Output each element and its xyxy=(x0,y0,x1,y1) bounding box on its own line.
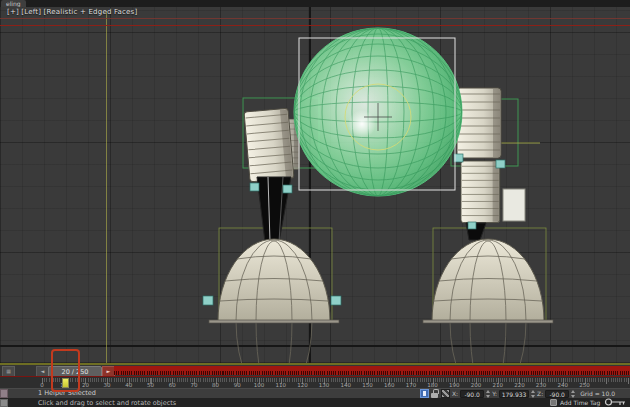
transform-type-in: X: -90.0 Y: 179.933 Z: -90.0 Grid = 10.0 xyxy=(420,389,615,398)
selected-helper-sphere[interactable] xyxy=(294,28,462,196)
timeline-ruler[interactable]: 0102030405060708090100110120130140150160… xyxy=(0,376,630,388)
track-bar[interactable]: ▦ ◄ 20 / 250 ► xyxy=(0,363,630,376)
y-coordinate-field[interactable]: 179.933 xyxy=(499,390,529,398)
annotation-highlight-box xyxy=(51,349,80,392)
grid-setting-status: Grid = 10.0 xyxy=(580,390,615,397)
add-time-tag-control[interactable]: Add Time Tag xyxy=(550,399,600,406)
scene-canvas[interactable] xyxy=(0,7,630,363)
viewport-left[interactable]: [+] [Left] [Realistic + Edged Faces] xyxy=(0,7,630,363)
add-time-tag-label[interactable]: Add Time Tag xyxy=(560,399,600,406)
x-coordinate-field[interactable]: -90.0 xyxy=(460,390,484,398)
track-bar-range[interactable] xyxy=(114,366,630,375)
viewport-label[interactable]: [+] [Left] [Realistic + Edged Faces] xyxy=(7,8,137,16)
title-strip: eling xyxy=(0,0,630,7)
x-label: X: xyxy=(452,390,458,397)
selection-lock-toggle[interactable] xyxy=(420,389,429,398)
time-tag-icon xyxy=(550,399,557,406)
absolute-offset-mode-icon[interactable] xyxy=(441,389,450,398)
z-coordinate-field[interactable]: -90.0 xyxy=(545,390,569,398)
z-spinner[interactable] xyxy=(571,390,575,398)
y-spinner[interactable] xyxy=(531,390,535,398)
z-label: Z: xyxy=(537,390,543,397)
key-icon[interactable] xyxy=(604,397,628,407)
window-title-fragment[interactable]: eling xyxy=(1,0,26,7)
maxscript-mini-listener-icon[interactable] xyxy=(0,389,8,398)
x-spinner[interactable] xyxy=(486,390,490,398)
ruler-labels: 0102030405060708090100110120130140150160… xyxy=(0,377,630,388)
y-label: Y: xyxy=(492,390,497,397)
prompt-line: Click and drag to select and rotate obje… xyxy=(38,399,176,407)
prompt-line-icon xyxy=(0,399,8,407)
app-window: eling xyxy=(0,0,630,407)
lock-icon[interactable] xyxy=(431,389,439,398)
